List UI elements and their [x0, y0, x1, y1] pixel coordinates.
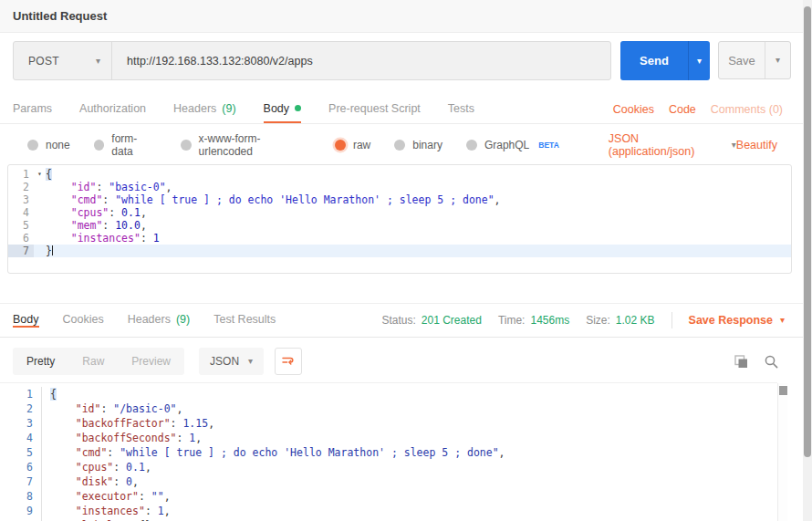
wrap-line-button[interactable] — [275, 348, 302, 375]
request-title-bar: Untitled Request — [0, 0, 803, 33]
code-line[interactable]: 4 "cpus": 0.1, — [8, 206, 791, 219]
request-title: Untitled Request — [13, 9, 107, 23]
url-input[interactable]: http://192.168.133.132:8080/v2/apps — [112, 55, 610, 68]
line-number: 7 — [8, 245, 34, 257]
radio-binary[interactable]: binary — [394, 139, 442, 151]
code-link[interactable]: Code — [669, 103, 696, 116]
save-button[interactable]: Save — [719, 42, 765, 78]
radio-icon — [394, 140, 405, 151]
tab-response-body[interactable]: Body — [13, 313, 39, 328]
line-number: 7 — [0, 474, 42, 489]
code-text: "backoffFactor": 1.15, — [42, 416, 777, 431]
code-line[interactable]: 2 "id": "basic-0", — [8, 181, 791, 193]
headers-count-badge: (9) — [222, 102, 235, 115]
request-body-editor[interactable]: 1▾{2 "id": "basic-0",3 "cmd": "while [ t… — [7, 164, 792, 274]
body-modified-dot-icon — [295, 105, 301, 111]
format-select[interactable]: JSON ▾ — [199, 348, 264, 375]
request-tabs-left: Params Authorization Headers (9) Body Pr… — [13, 95, 474, 123]
code-line[interactable]: 3 "cmd": "while [ true ] ; do echo 'Hell… — [8, 193, 791, 206]
radio-none[interactable]: none — [27, 139, 70, 151]
code-line[interactable]: 5 "mem": 10.0, — [8, 219, 791, 232]
response-meta-row: Body Cookies Headers (9) Test Results St… — [0, 304, 803, 338]
window-scrollbar-thumb[interactable] — [804, 6, 811, 457]
content-type-select[interactable]: JSON (application/json) ▾ — [609, 132, 736, 158]
code-line[interactable]: 1▾{ — [8, 168, 791, 181]
cookies-link[interactable]: Cookies — [613, 103, 654, 116]
code-text: "id": "basic-0", — [46, 181, 791, 193]
chevron-down-icon: ▾ — [697, 57, 702, 66]
radio-raw[interactable]: raw — [335, 139, 370, 151]
chevron-down-icon: ▾ — [248, 357, 253, 366]
response-scrollbar-thumb[interactable] — [779, 386, 787, 395]
line-number: 5 — [0, 445, 42, 460]
tab-response-headers[interactable]: Headers (9) — [128, 313, 191, 328]
response-tools-right — [734, 354, 779, 370]
tab-authorization[interactable]: Authorization — [79, 95, 146, 123]
code-line: 6 "cpus": 0.1, — [0, 460, 777, 474]
tab-params[interactable]: Params — [13, 95, 52, 123]
window-scrollbar[interactable] — [803, 0, 812, 521]
code-line: 5 "cmd": "while [ true ] ; do echo 'Hell… — [0, 445, 777, 460]
size-badge: Size: 1.02 KB — [586, 314, 654, 327]
code-text: "mem": 10.0, — [46, 219, 791, 232]
response-toolbar: Pretty Raw Preview JSON ▾ — [0, 346, 803, 377]
code-line: 4 "backoffSeconds": 1, — [0, 431, 777, 445]
tab-headers[interactable]: Headers (9) — [173, 95, 236, 123]
tab-test-results[interactable]: Test Results — [213, 313, 276, 328]
code-line[interactable]: 6 "instances": 1 — [8, 232, 791, 245]
code-text: "disk": 0, — [42, 474, 777, 489]
line-number: 1 — [8, 168, 34, 181]
line-number: 6 — [0, 460, 42, 474]
fold-icon[interactable]: ▾ — [34, 168, 46, 181]
view-preview[interactable]: Preview — [118, 348, 184, 375]
tab-tests[interactable]: Tests — [448, 95, 474, 123]
send-options-button[interactable]: ▾ — [688, 41, 710, 80]
code-line: 3 "backoffFactor": 1.15, — [0, 416, 777, 431]
code-text: { — [46, 168, 791, 181]
line-number: 8 — [0, 489, 42, 504]
request-tabs: Params Authorization Headers (9) Body Pr… — [0, 95, 803, 124]
send-button[interactable]: Send — [620, 41, 688, 80]
tab-body[interactable]: Body — [264, 95, 302, 123]
response-scrollbar[interactable] — [777, 383, 787, 521]
tab-pre-request-script[interactable]: Pre-request Script — [328, 95, 421, 123]
comments-link[interactable]: Comments (0) — [711, 103, 783, 116]
code-text: "executor": "", — [42, 489, 777, 504]
copy-icon — [734, 354, 749, 370]
chevron-down-icon: ▾ — [780, 316, 785, 325]
code-text: "cmd": "while [ true ] ; do echo 'Hello … — [42, 445, 777, 460]
radio-icon — [181, 140, 192, 151]
search-button[interactable] — [764, 354, 779, 370]
code-line[interactable]: 7} — [8, 245, 791, 257]
save-options-button[interactable]: ▾ — [765, 42, 790, 78]
line-number: 2 — [8, 181, 34, 193]
line-number: 5 — [8, 219, 34, 232]
radio-graphql[interactable]: GraphQL BETA — [466, 139, 559, 151]
code-text: "cpus": 0.1, — [42, 460, 777, 474]
tab-response-cookies[interactable]: Cookies — [63, 313, 104, 328]
save-response-button[interactable]: Save Response ▾ — [689, 314, 785, 327]
save-button-group: Save ▾ — [718, 41, 791, 79]
radio-form-data[interactable]: form-data — [94, 132, 157, 158]
line-number: 4 — [0, 431, 42, 445]
method-select[interactable]: POST ▾ — [14, 42, 112, 79]
line-number: 6 — [8, 232, 34, 245]
search-icon — [764, 354, 779, 370]
fold-gutter — [34, 245, 46, 257]
postman-app: Untitled Request POST ▾ http://192.168.1… — [0, 0, 812, 521]
copy-button[interactable] — [734, 354, 749, 370]
code-text: "instances": 1, — [42, 504, 777, 518]
response-headers-count-badge: (9) — [176, 313, 190, 326]
line-number: 4 — [8, 206, 34, 219]
beautify-link[interactable]: Beautify — [736, 139, 777, 151]
view-switcher: Pretty Raw Preview — [13, 348, 184, 375]
code-text: "id": "/basic-0", — [42, 401, 777, 416]
request-tabs-right: Cookies Code Comments (0) — [613, 95, 783, 123]
view-raw[interactable]: Raw — [68, 348, 118, 375]
code-line: 7 "disk": 0, — [0, 474, 777, 489]
view-pretty[interactable]: Pretty — [13, 348, 68, 375]
response-body-viewer: 1{2 "id": "/basic-0",3 "backoffFactor": … — [0, 382, 777, 521]
code-text: "cpus": 0.1, — [46, 206, 791, 219]
radio-x-www-form-urlencoded[interactable]: x-www-form-urlencoded — [181, 132, 311, 158]
line-number: 9 — [0, 504, 42, 518]
